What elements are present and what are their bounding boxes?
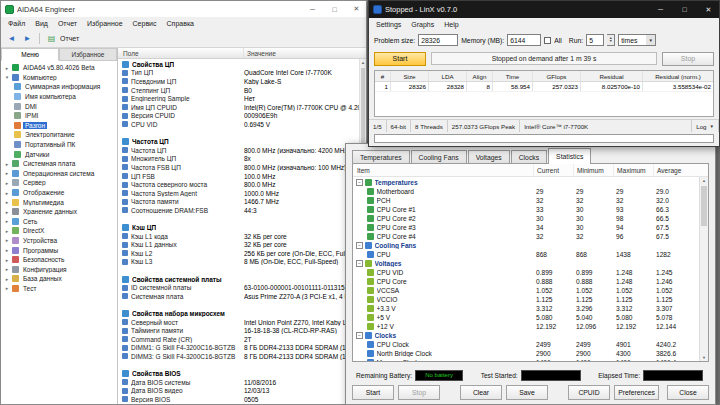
scrollbar[interactable]: ▲ ▼ <box>699 177 708 361</box>
stat-row[interactable]: Memory Clock1466146614661466.4 <box>353 358 699 361</box>
stat-row[interactable]: +5 V5.0805.0405.0805.078 <box>353 313 699 322</box>
aida-menu-item-2[interactable]: Отчет <box>53 20 82 27</box>
forward-icon[interactable]: ► <box>20 32 35 46</box>
scrollbar-thumb[interactable] <box>701 186 707 226</box>
close-icon[interactable]: ✕ <box>698 1 719 18</box>
sidebar-item-11[interactable]: ▸Операционная система <box>1 169 117 179</box>
table-row[interactable]: Частота System Agent1000.0 MHz <box>118 189 359 198</box>
table-section-row[interactable]: Свойства BIOS <box>118 369 359 378</box>
stat-row[interactable]: CPU Core #432329667.5 <box>353 232 699 241</box>
sidebar-item-20[interactable]: ▸Безопасность <box>1 255 117 265</box>
stat-row[interactable]: Motherboard29292929.0 <box>353 187 699 196</box>
start-button[interactable]: Start <box>352 385 394 400</box>
collapse-icon[interactable]: − <box>356 332 363 339</box>
table-row[interactable]: Версия CPUID000906E9h <box>118 112 359 121</box>
linx-menu-item-1[interactable]: Graphs <box>406 21 439 28</box>
sidebar-item-12[interactable]: ▸Сервер <box>1 178 117 188</box>
sidebar-item-2[interactable]: Суммарная информация <box>1 82 117 92</box>
collapse-icon[interactable]: − <box>356 179 363 186</box>
maximize-icon[interactable]: □ <box>325 1 344 17</box>
column-header-field[interactable]: Поле <box>118 48 244 58</box>
preferences-button[interactable]: Preferences <box>614 385 659 400</box>
report-button[interactable]: Отчет <box>60 35 83 42</box>
table-row[interactable]: Тип ЦПQuadCore Intel Core i7-7700K <box>118 69 359 78</box>
table-row[interactable]: Системная платаAsus Prime Z270-A (3 PCI-… <box>118 292 359 301</box>
memory-input[interactable]: 6144 <box>507 34 541 46</box>
back-icon[interactable]: ◄ <box>4 32 19 46</box>
table-row[interactable]: Engineering SampleНет <box>118 94 359 103</box>
table-row[interactable]: ID системной платы63-0100-000001-0010111… <box>118 283 359 292</box>
chevron-right-icon[interactable]: ▸ <box>4 209 10 215</box>
table-section-row[interactable]: Кэш ЦП <box>118 223 359 232</box>
stat-row[interactable]: CPU Core0.8880.8881.2481.246 <box>353 277 699 286</box>
chevron-right-icon[interactable]: ▸ <box>4 180 10 186</box>
stat-row[interactable]: +12 V12.19212.09612.19212.144 <box>353 322 699 331</box>
sidebar-item-13[interactable]: ▸Отображение <box>1 188 117 198</box>
table-row[interactable]: DIMM3: G Skill F4-3200C16-8GTZB8 ГБ DDR4… <box>118 352 359 361</box>
sidebar-item-16[interactable]: ▸Сеть <box>1 217 117 227</box>
sidebar-item-1[interactable]: ▾Компьютер <box>1 73 117 83</box>
sidebar-item-10[interactable]: ▸Системная плата <box>1 159 117 169</box>
stat-row[interactable]: North Bridge Clock2900290043003826.6 <box>353 349 699 358</box>
scrollbar-thumb[interactable] <box>361 68 365 146</box>
sidebar-item-14[interactable]: ▸Мультимедиа <box>1 197 117 207</box>
table-row[interactable]: Частота памяти1466.7 MHz <box>118 198 359 207</box>
linx-menu-item-0[interactable]: Settings <box>371 21 406 28</box>
table-row[interactable]: CPU VID0.6945 V <box>118 120 359 129</box>
stat-row[interactable]: CPU Core #133309366.3 <box>353 205 699 214</box>
table-row[interactable]: Множитель ЦП8x <box>118 155 359 164</box>
table-row[interactable]: Частота FSB ЦП800.0 MHz (изначально: 100… <box>118 163 359 172</box>
sidebar-item-6[interactable]: Разгон <box>1 121 117 131</box>
linx-titlebar[interactable]: Stopped - LinX v0.7.0 ─ □ ✕ <box>369 1 719 18</box>
table-section-row[interactable]: Частота ЦП <box>118 137 359 146</box>
minimize-icon[interactable]: ─ <box>650 1 671 18</box>
stat-row[interactable]: +3.3 V3.3123.2963.3123.307 <box>353 304 699 313</box>
sidebar-item-15[interactable]: ▸Хранение данных <box>1 207 117 217</box>
sidebar-tab-0[interactable]: Меню <box>1 48 59 61</box>
stat-group-row[interactable]: −Temperatures <box>353 178 699 187</box>
stat-row[interactable]: PCH32323232.0 <box>353 196 699 205</box>
maximize-icon[interactable]: □ <box>674 1 695 18</box>
table-row[interactable]: Тайминги памяти16-18-18-38 (CL-RCD-RP-RA… <box>118 326 359 335</box>
table-row[interactable]: Северный мостIntel Union Point Z270, Int… <box>118 318 359 327</box>
scroll-up-icon[interactable]: ▲ <box>700 177 708 184</box>
collapse-icon[interactable]: − <box>356 242 363 249</box>
chevron-down-icon[interactable]: ▾ <box>4 74 10 80</box>
table-section-row[interactable]: Свой­ства ЦП <box>118 60 359 69</box>
tab-statistics[interactable]: Statistics <box>548 148 591 164</box>
aida-menu-item-1[interactable]: Вид <box>30 20 53 27</box>
aida64-titlebar[interactable]: AIDA64 Engineer ─ □ ✕ <box>1 1 366 17</box>
tab-cooling-fans[interactable]: Cooling Fans <box>411 150 467 164</box>
run-count-spinner[interactable]: ▲ ▼ <box>607 34 615 46</box>
stat-group-row[interactable]: −Clocks <box>353 331 699 340</box>
report-icon[interactable]: ▤ <box>44 32 59 46</box>
close-button[interactable]: Close <box>667 385 709 400</box>
sidebar-item-0[interactable]: ▸AIDA64 v5.80.4026 Beta <box>1 63 117 73</box>
stat-group-row[interactable]: −Cooling Fans <box>353 241 699 250</box>
table-row[interactable]: Частота северного моста800.0 MHz <box>118 180 359 189</box>
table-row[interactable]: Частота ЦП800.0 MHz (изначально: 4200 MH… <box>118 146 359 155</box>
problem-size-input[interactable]: 28326 <box>418 34 458 46</box>
chevron-right-icon[interactable]: ▸ <box>4 218 10 224</box>
stat-row[interactable]: CPU VID0.8990.8991.2481.245 <box>353 268 699 277</box>
table-row[interactable]: Дата BIOS видео12/03/13 <box>118 387 359 396</box>
table-row[interactable]: Соотношение DRAM:FSB44:3 <box>118 206 359 215</box>
sidebar-item-21[interactable]: ▸Конфигурация <box>1 264 117 274</box>
sidebar-item-8[interactable]: Портативный ПК <box>1 140 117 150</box>
aida-menu-item-0[interactable]: Файл <box>3 20 30 27</box>
stat-row[interactable]: CPU Clock2499249949014240.2 <box>353 340 699 349</box>
table-row[interactable]: Псевдоним ЦПKaby Lake-S <box>118 77 359 86</box>
table-row[interactable]: Кэш L2256 КБ per core (On-Die, ECC, Full… <box>118 249 359 258</box>
table-section-row[interactable]: Свойства набора микросхем <box>118 309 359 318</box>
tab-temperatures[interactable]: Temperatures <box>352 150 410 164</box>
stat-row[interactable]: CPU Core #230309866.5 <box>353 214 699 223</box>
sidebar-item-4[interactable]: DMI <box>1 101 117 111</box>
chevron-right-icon[interactable]: ▸ <box>4 170 10 176</box>
table-row[interactable]: Дата BIOS системы11/08/2016 <box>118 378 359 387</box>
sidebar-item-22[interactable]: ▸База данных <box>1 274 117 284</box>
chevron-right-icon[interactable]: ▸ <box>4 161 10 167</box>
save-button[interactable]: Save <box>506 385 548 400</box>
table-row[interactable]: Степпинг ЦПB0 <box>118 86 359 95</box>
chevron-right-icon[interactable]: ▸ <box>4 190 10 196</box>
sidebar-item-9[interactable]: Датчики <box>1 149 117 159</box>
